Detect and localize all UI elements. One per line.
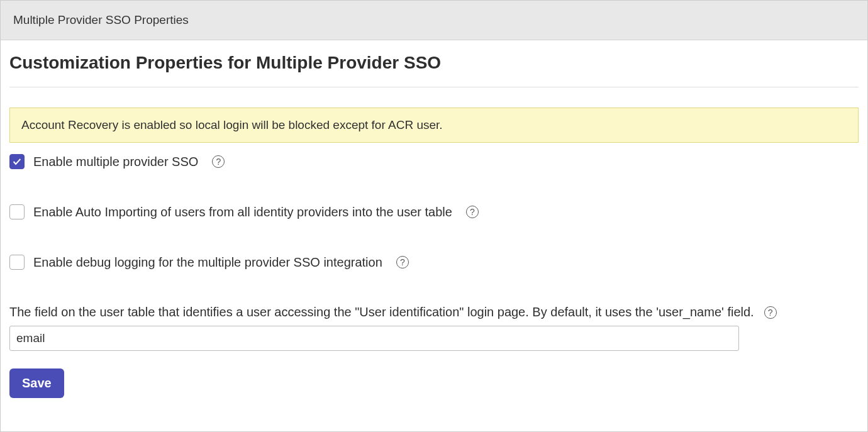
field-auto-import: Enable Auto Importing of users from all … bbox=[9, 204, 859, 219]
user-field-label-row: The field on the user table that identif… bbox=[9, 305, 859, 319]
label-enable-sso: Enable multiple provider SSO bbox=[33, 155, 198, 169]
save-button[interactable]: Save bbox=[9, 368, 64, 398]
page-title: Customization Properties for Multiple Pr… bbox=[9, 53, 859, 73]
field-debug-logging: Enable debug logging for the multiple pr… bbox=[9, 255, 859, 270]
alert-banner: Account Recovery is enabled so local log… bbox=[9, 108, 859, 143]
user-field-input[interactable] bbox=[9, 326, 739, 351]
help-icon[interactable]: ? bbox=[396, 256, 409, 269]
checkbox-debug-logging[interactable] bbox=[9, 255, 25, 270]
header-title: Multiple Provider SSO Properties bbox=[13, 13, 855, 27]
label-user-field: The field on the user table that identif… bbox=[9, 305, 754, 319]
alert-message: Account Recovery is enabled so local log… bbox=[21, 118, 443, 131]
checkbox-enable-sso[interactable] bbox=[9, 154, 25, 169]
field-user-field: The field on the user table that identif… bbox=[9, 305, 859, 351]
label-auto-import: Enable Auto Importing of users from all … bbox=[33, 205, 452, 219]
divider bbox=[9, 87, 859, 87]
label-debug-logging: Enable debug logging for the multiple pr… bbox=[33, 255, 382, 270]
help-icon[interactable]: ? bbox=[212, 155, 225, 168]
header-bar: Multiple Provider SSO Properties bbox=[1, 1, 867, 40]
checkbox-auto-import[interactable] bbox=[9, 204, 25, 219]
help-icon[interactable]: ? bbox=[764, 306, 777, 319]
content-area: Customization Properties for Multiple Pr… bbox=[1, 40, 867, 407]
field-enable-sso: Enable multiple provider SSO ? bbox=[9, 154, 859, 169]
checkmark-icon bbox=[12, 157, 22, 167]
help-icon[interactable]: ? bbox=[466, 206, 479, 218]
